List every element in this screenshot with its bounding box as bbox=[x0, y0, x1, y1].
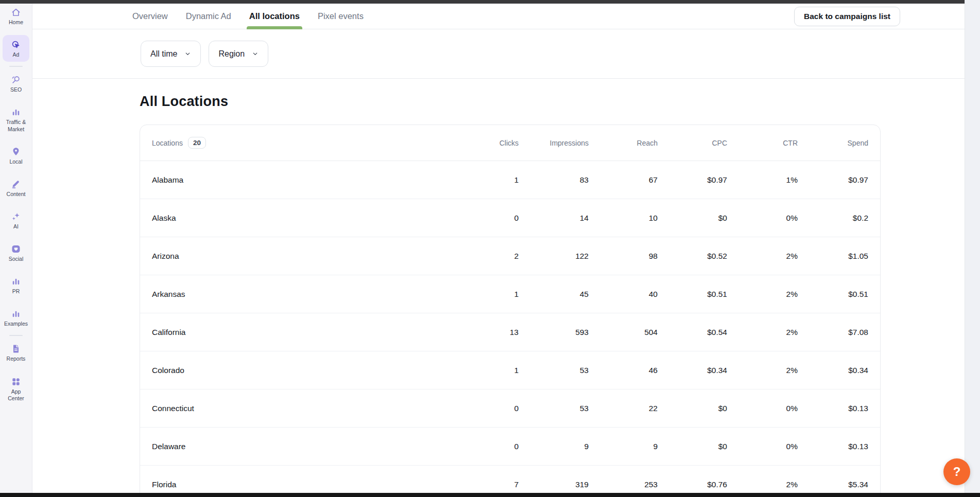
sidebar-item-content[interactable]: Content bbox=[3, 179, 29, 198]
spend-cell: $7.08 bbox=[798, 328, 868, 337]
spend-cell: $0.51 bbox=[798, 290, 868, 299]
impressions-column-header: Impressions bbox=[519, 139, 589, 147]
tab-pixel-events[interactable]: Pixel events bbox=[317, 4, 365, 29]
sidebar-divider bbox=[9, 335, 23, 336]
sidebar-item-label: Ad bbox=[13, 51, 20, 58]
sparkles-icon bbox=[11, 211, 21, 222]
location-cell: Florida bbox=[152, 480, 449, 489]
region-filter-dropdown[interactable]: Region bbox=[209, 41, 268, 67]
table-row[interactable]: California 13 593 504 $0.54 2% $7.08 bbox=[140, 313, 880, 351]
ad-click-icon bbox=[11, 40, 21, 50]
table-row[interactable]: Delaware 0 9 9 $0 0% $0.13 bbox=[140, 428, 880, 466]
sidebar: Home Ad SEO Traffic & Market Local Conte… bbox=[0, 0, 32, 497]
sidebar-item-label: AI bbox=[13, 223, 19, 230]
location-cell: Delaware bbox=[152, 442, 449, 451]
location-cell: Arkansas bbox=[152, 290, 449, 299]
tab-all-locations[interactable]: All locations bbox=[248, 4, 301, 29]
report-doc-icon bbox=[11, 344, 21, 354]
cpc-cell: $0.54 bbox=[658, 328, 727, 337]
location-cell: Arizona bbox=[152, 252, 449, 261]
table-row[interactable]: Alabama 1 83 67 $0.97 1% $0.97 bbox=[140, 161, 880, 199]
table-row[interactable]: Colorado 1 53 46 $0.34 2% $0.34 bbox=[140, 351, 880, 389]
back-to-campaigns-button[interactable]: Back to campaigns list bbox=[794, 7, 900, 26]
spend-cell: $0.97 bbox=[798, 175, 868, 185]
sidebar-item-label: PR bbox=[12, 288, 20, 295]
page-content: All Locations Locations 20 Clicks Impres… bbox=[32, 79, 980, 497]
impressions-cell: 593 bbox=[519, 328, 589, 337]
help-button[interactable]: ? bbox=[943, 458, 970, 485]
impressions-cell: 319 bbox=[519, 480, 589, 489]
sidebar-item-examples[interactable]: Examples bbox=[3, 309, 29, 327]
table-row[interactable]: Florida 7 319 253 $0.76 2% $5.34 bbox=[140, 466, 880, 497]
spend-cell: $0.2 bbox=[798, 214, 868, 223]
ctr-column-header: CTR bbox=[727, 139, 798, 147]
sidebar-item-label: App Center bbox=[3, 388, 29, 402]
ctr-cell: 2% bbox=[727, 290, 798, 299]
sidebar-divider bbox=[9, 66, 23, 67]
table-row[interactable]: Arkansas 1 45 40 $0.51 2% $0.51 bbox=[140, 275, 880, 313]
table-row[interactable]: Arizona 2 122 98 $0.52 2% $1.05 bbox=[140, 237, 880, 275]
sidebar-item-ai[interactable]: AI bbox=[3, 211, 29, 230]
impressions-cell: 9 bbox=[519, 442, 589, 451]
clicks-cell: 0 bbox=[449, 442, 519, 451]
spend-cell: $5.34 bbox=[798, 480, 868, 489]
tab-label: Pixel events bbox=[318, 11, 364, 21]
sidebar-item-label: Reports bbox=[7, 356, 26, 362]
reach-cell: 67 bbox=[589, 175, 658, 185]
reach-cell: 10 bbox=[589, 214, 658, 223]
sidebar-item-label: Local bbox=[9, 158, 22, 165]
clicks-cell: 0 bbox=[449, 404, 519, 413]
page-title: All Locations bbox=[140, 94, 980, 110]
filter-bar: All time Region bbox=[32, 29, 980, 79]
sidebar-item-pr[interactable]: PR bbox=[3, 276, 29, 295]
sidebar-item-seo[interactable]: SEO bbox=[3, 75, 29, 93]
reach-cell: 9 bbox=[589, 442, 658, 451]
pencil-icon bbox=[11, 179, 21, 189]
clicks-cell: 1 bbox=[449, 366, 519, 375]
location-cell: California bbox=[152, 328, 449, 337]
scrollbar-track[interactable] bbox=[965, 0, 980, 497]
location-cell: Colorado bbox=[152, 366, 449, 375]
spend-cell: $0.34 bbox=[798, 366, 868, 375]
sidebar-item-app-center[interactable]: App Center bbox=[3, 377, 29, 402]
cpc-cell: $0.52 bbox=[658, 252, 727, 261]
tab-label: Overview bbox=[132, 11, 168, 21]
cpc-cell: $0 bbox=[658, 442, 727, 451]
region-filter-label: Region bbox=[218, 49, 245, 59]
clicks-cell: 7 bbox=[449, 480, 519, 489]
spend-cell: $0.13 bbox=[798, 442, 868, 451]
bar-chart-icon bbox=[11, 276, 21, 287]
sidebar-item-local[interactable]: Local bbox=[3, 147, 29, 165]
tab-overview[interactable]: Overview bbox=[131, 4, 169, 29]
sidebar-item-social[interactable]: Social bbox=[3, 244, 29, 262]
spend-cell: $0.13 bbox=[798, 404, 868, 413]
tab-dynamic-ad[interactable]: Dynamic Ad bbox=[185, 4, 232, 29]
impressions-cell: 83 bbox=[519, 175, 589, 185]
clicks-cell: 1 bbox=[449, 175, 519, 185]
ctr-cell: 0% bbox=[727, 214, 798, 223]
sidebar-item-home[interactable]: Home bbox=[3, 7, 29, 26]
sidebar-item-reports[interactable]: Reports bbox=[3, 344, 29, 362]
app-root: Home Ad SEO Traffic & Market Local Conte… bbox=[0, 0, 980, 497]
cpc-cell: $0.97 bbox=[658, 175, 727, 185]
locations-column-header: Locations bbox=[152, 139, 183, 147]
clicks-cell: 2 bbox=[449, 252, 519, 261]
chevron-down-icon bbox=[184, 50, 191, 57]
clicks-cell: 13 bbox=[449, 328, 519, 337]
time-filter-dropdown[interactable]: All time bbox=[141, 41, 201, 67]
table-row[interactable]: Connecticut 0 53 22 $0 0% $0.13 bbox=[140, 389, 880, 428]
ctr-cell: 2% bbox=[727, 480, 798, 489]
ctr-cell: 2% bbox=[727, 366, 798, 375]
table-row[interactable]: Alaska 0 14 10 $0 0% $0.2 bbox=[140, 199, 880, 237]
locations-table: Locations 20 Clicks Impressions Reach CP… bbox=[140, 125, 881, 497]
cpc-cell: $0 bbox=[658, 214, 727, 223]
sidebar-item-ad[interactable]: Ad bbox=[3, 35, 29, 62]
reach-cell: 40 bbox=[589, 290, 658, 299]
campaign-tab-bar: OverviewDynamic AdAll locationsPixel eve… bbox=[32, 0, 980, 29]
sidebar-item-traffic-market[interactable]: Traffic & Market bbox=[3, 107, 29, 132]
map-pin-icon bbox=[11, 147, 21, 157]
location-cell: Alaska bbox=[152, 214, 449, 223]
reach-cell: 504 bbox=[589, 328, 658, 337]
reach-cell: 46 bbox=[589, 366, 658, 375]
sidebar-item-label: Content bbox=[7, 191, 26, 198]
